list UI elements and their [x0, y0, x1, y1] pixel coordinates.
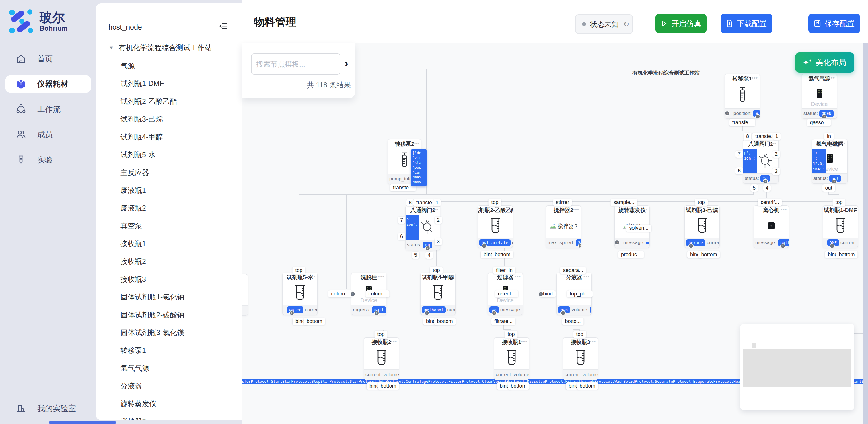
flow-node-试剂瓶3-己烷[interactable]: 试剂瓶3-己烷•••hexanecurrent_v — [684, 205, 720, 248]
tree-item[interactable]: 真空泵 — [96, 217, 242, 235]
port-chip-bottom[interactable]: bottom — [492, 251, 513, 258]
sidebar-item-3[interactable]: 成员 — [0, 122, 96, 147]
sidebar-item-4[interactable]: 实验 — [0, 147, 96, 173]
expand-chevron-badge[interactable]: › — [539, 292, 543, 296]
node-menu-icon[interactable]: ••• — [590, 339, 596, 345]
tree-item[interactable]: 旋转蒸发仪 — [96, 395, 242, 413]
tag-pill[interactable]: water — [287, 306, 304, 313]
port-chip-bottom[interactable]: bottom — [698, 251, 720, 258]
chevron-down-icon[interactable]: ▼ — [108, 45, 114, 50]
node-menu-icon[interactable]: ••• — [391, 339, 397, 345]
flow-node-试剂瓶5-水[interactable]: 试剂瓶5-水•••:watercurrent_v — [282, 273, 317, 315]
port-chip-in[interactable]: in — [824, 133, 834, 140]
node-menu-icon[interactable]: ••• — [641, 207, 648, 213]
port-chip-top[interactable]: top — [573, 331, 586, 338]
flow-node-离心机[interactable]: 离心机•••message:nullma — [753, 205, 789, 248]
tree-item[interactable]: 接收瓶1 — [96, 235, 242, 252]
port-chip-separa[interactable]: separa... — [560, 267, 586, 274]
tree-item[interactable]: 固体试剂瓶3-氯化镁 — [96, 324, 242, 341]
port-chip-filtrate[interactable]: filtrate... — [491, 318, 516, 325]
flow-node-试剂瓶4-甲醇[interactable]: 试剂瓶4-甲醇•••methanolcurrent_ — [420, 273, 456, 315]
port-chip-top[interactable]: top — [488, 199, 501, 206]
tree-item[interactable]: 废液瓶1 — [96, 181, 242, 199]
tree-item[interactable]: 废液瓶2 — [96, 199, 242, 217]
port-chip-colum[interactable]: colum... — [328, 290, 352, 298]
port-chip-out[interactable]: out — [822, 184, 835, 192]
port-chip-transfe[interactable]: transfe... — [730, 119, 755, 126]
refresh-icon[interactable]: ↻ — [623, 20, 630, 29]
port-chip-colum[interactable]: colum... — [366, 290, 389, 298]
port-chip-retent[interactable]: retent... — [495, 290, 518, 298]
port-chip-7[interactable]: 7 — [736, 151, 743, 158]
tag-pill[interactable]: 2000 — [576, 239, 581, 246]
tag-pill[interactable]: 0 — [753, 110, 760, 117]
port-chip-1[interactable]: 1 — [773, 133, 780, 140]
node-menu-icon[interactable]: ••• — [504, 207, 511, 213]
port-chip-produc[interactable]: produc... — [618, 251, 644, 258]
search-input[interactable] — [251, 53, 340, 74]
tag-pill[interactable]: null — [778, 239, 788, 246]
node-menu-icon[interactable]: ••• — [413, 141, 420, 147]
port-chip-2[interactable]: 2 — [435, 217, 442, 224]
minimap[interactable] — [740, 324, 854, 410]
node-menu-icon[interactable]: ••• — [711, 207, 718, 213]
port-chip-3[interactable]: 3 — [435, 238, 442, 245]
tag-pill[interactable]: methanol — [422, 306, 446, 313]
tag-pill[interactable]: hexane — [686, 239, 705, 246]
expand-chevron-badge[interactable]: › — [350, 292, 355, 296]
code-panel[interactable]: ': ': 12.0, ime': en': — [812, 149, 826, 173]
tag-pill[interactable]: Id — [761, 175, 770, 182]
port-chip-stirrer[interactable]: stirrer — [553, 199, 572, 206]
tree-item[interactable]: 固体试剂瓶2-碳酸钠 — [96, 306, 242, 324]
tree-item[interactable]: 接收瓶2 — [96, 252, 242, 270]
tag-pill[interactable]: null — [372, 306, 386, 313]
flow-node-转移泵1[interactable]: 转移泵1•••position:0pump — [724, 74, 760, 119]
port-chip-solven[interactable]: solven... — [626, 224, 651, 232]
status-pill[interactable]: 状态未知 ↻ — [575, 14, 633, 34]
tag-pill[interactable]: OPEN — [819, 110, 834, 117]
collapse-panel-icon[interactable] — [219, 22, 228, 30]
port-chip-gasso[interactable]: gasso... — [807, 119, 831, 126]
node-menu-icon[interactable]: ••• — [584, 274, 590, 280]
sidebar-item-0[interactable]: 首页 — [0, 46, 96, 71]
port-chip-4[interactable]: 4 — [763, 184, 771, 192]
node-menu-icon[interactable]: ••• — [432, 207, 438, 213]
tag-pill[interactable]: hyl_acetate — [479, 239, 510, 246]
search-submit-icon[interactable]: › — [344, 58, 348, 69]
node-menu-icon[interactable]: ••• — [309, 274, 315, 280]
port-chip-top_ph[interactable]: top_ph... — [567, 290, 593, 298]
node-menu-icon[interactable]: ••• — [850, 207, 856, 213]
tree-item[interactable]: 试剂瓶3-己烷 — [96, 110, 242, 128]
tree-root-row[interactable]: ▼ 有机化学流程综合测试工作站 — [108, 43, 212, 53]
sidebar-item-2[interactable]: 工作流 — [0, 97, 96, 122]
tree-item[interactable]: 试剂瓶5-水 — [96, 146, 242, 163]
sidebar-item-my-lab[interactable]: 我的实验室 — [0, 396, 96, 421]
save-config-button[interactable]: 保存配置 — [808, 14, 860, 33]
port-chip-5[interactable]: 5 — [750, 184, 758, 192]
port-chip-top[interactable]: top — [430, 267, 443, 274]
code-popup[interactable]: {'de 'vir 'sta 'pos 'cur 'max 'max — [411, 149, 427, 186]
port-chip-bottom[interactable]: bottom — [377, 383, 399, 390]
node-menu-icon[interactable]: ••• — [521, 339, 527, 345]
flow-node-接收瓶2[interactable]: 接收瓶2•••current_volume:0 — [364, 337, 399, 380]
port-chip-centrif[interactable]: centrif... — [758, 199, 782, 206]
node-menu-icon[interactable]: ••• — [378, 274, 384, 280]
port-chip-bottom[interactable]: bottom — [434, 318, 456, 325]
port-chip-3[interactable]: 3 — [773, 168, 780, 175]
port-chip-7[interactable]: 7 — [398, 217, 405, 224]
port-chip-top[interactable]: top — [292, 267, 305, 274]
node-menu-icon[interactable]: ••• — [780, 207, 787, 213]
tree-horizontal-scrollbar[interactable] — [49, 421, 116, 424]
flow-node-试剂瓶1-DMF[interactable]: 试剂瓶1-DMF•••:DMFcurrent_v — [823, 205, 858, 248]
port-chip-top[interactable]: top — [374, 331, 387, 338]
flow-node-接收瓶3[interactable]: 接收瓶3•••current_volume:0 — [563, 337, 598, 380]
node-menu-icon[interactable]: ••• — [829, 75, 835, 81]
tree-item[interactable]: 气源 — [96, 57, 242, 74]
tree-item[interactable]: 氢气气源 — [96, 359, 242, 377]
node-menu-icon[interactable]: ••• — [751, 75, 758, 81]
code-panel[interactable]: p', ion': ' — [406, 215, 420, 240]
port-chip-bottom[interactable]: bottom — [836, 251, 858, 258]
port-chip-botto[interactable]: botto... — [562, 318, 584, 325]
node-menu-icon[interactable]: ••• — [839, 141, 846, 147]
tree-item[interactable]: 主反应器 — [96, 163, 242, 181]
